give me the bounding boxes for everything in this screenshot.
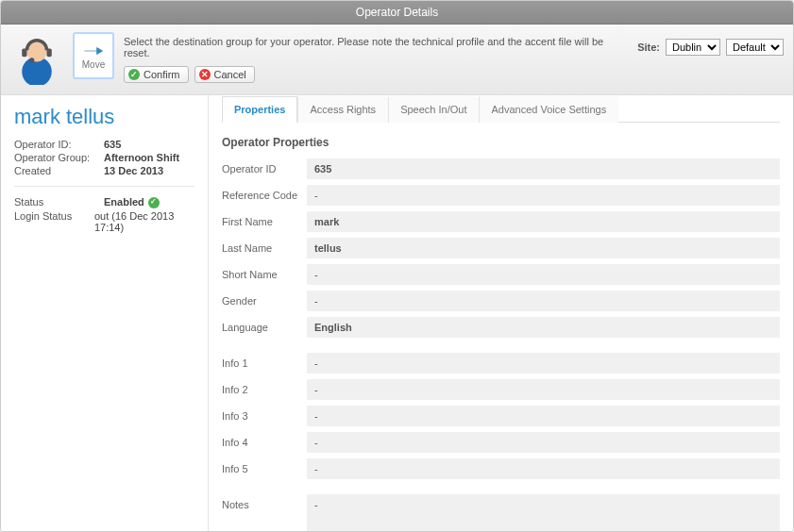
group-select[interactable]: Default	[726, 39, 784, 56]
prop-value-last-name: tellus	[307, 238, 780, 258]
tab-speech-in-out[interactable]: Speech In/Out	[388, 96, 479, 123]
prop-value-reference-code: -	[307, 185, 780, 206]
prop-value-info2: -	[307, 379, 780, 400]
cancel-icon: ✕	[199, 69, 211, 80]
operator-details-window: Operator Details Move Select the destina…	[0, 0, 794, 532]
created-label: Created	[14, 165, 104, 176]
operator-id-label: Operator ID:	[14, 139, 104, 150]
svg-rect-3	[47, 49, 52, 58]
prop-label-operator-id: Operator ID	[222, 158, 307, 179]
status-value: Enabled	[104, 196, 144, 208]
prop-label-info4: Info 4	[222, 432, 307, 453]
status-label: Status	[14, 196, 104, 208]
tab-bar: Properties Access Rights Speech In/Out A…	[222, 95, 780, 123]
created-value: 13 Dec 2013	[104, 165, 163, 176]
toolbar-message: Select the destination group for your op…	[124, 36, 632, 58]
prop-label-info3: Info 3	[222, 406, 307, 426]
operator-id-value: 635	[104, 139, 121, 150]
prop-value-first-name: mark	[307, 211, 780, 232]
prop-label-first-name: First Name	[222, 211, 307, 232]
prop-label-notes: Notes	[222, 494, 307, 531]
prop-value-info1: -	[307, 353, 780, 374]
login-status-label: Login Status	[14, 210, 94, 233]
prop-label-reference-code: Reference Code	[222, 185, 307, 206]
prop-value-info3: -	[307, 406, 780, 426]
properties-section-title: Operator Properties	[222, 136, 780, 149]
prop-label-gender: Gender	[222, 291, 307, 311]
operator-avatar-icon	[10, 32, 63, 87]
prop-label-info1: Info 1	[222, 353, 307, 374]
prop-value-language: English	[307, 317, 780, 338]
prop-value-short-name: -	[307, 264, 780, 285]
tab-access-rights[interactable]: Access Rights	[297, 96, 388, 123]
cancel-button[interactable]: ✕ Cancel	[194, 66, 255, 83]
move-button[interactable]: Move	[73, 32, 114, 79]
prop-label-info5: Info 5	[222, 458, 307, 479]
move-button-label: Move	[82, 59, 105, 70]
prop-label-language: Language	[222, 317, 307, 338]
login-status-value: out (16 Dec 2013 17:14)	[94, 210, 194, 233]
operator-group-label: Operator Group:	[14, 152, 104, 163]
tab-advanced-voice[interactable]: Advanced Voice Settings	[479, 96, 618, 123]
operator-name: mark tellus	[14, 105, 194, 129]
prop-label-short-name: Short Name	[222, 264, 307, 285]
toolbar-message-area: Select the destination group for your op…	[124, 32, 784, 83]
status-enabled-icon	[148, 197, 160, 208]
top-toolbar: Move Select the destination group for yo…	[1, 25, 793, 95]
prop-value-operator-id: 635	[307, 158, 780, 179]
prop-value-notes: -	[307, 494, 780, 531]
tab-properties[interactable]: Properties	[222, 96, 297, 123]
site-select[interactable]: Dublin	[666, 39, 720, 56]
cancel-button-label: Cancel	[214, 69, 246, 80]
svg-point-4	[29, 58, 34, 62]
prop-label-info2: Info 2	[222, 379, 307, 400]
svg-rect-2	[22, 49, 26, 58]
prop-value-gender: -	[307, 291, 780, 311]
operator-group-value: Afternoon Shift	[104, 152, 179, 163]
main-panel: Properties Access Rights Speech In/Out A…	[209, 95, 793, 531]
prop-value-info4: -	[307, 432, 780, 453]
sidebar-divider	[14, 186, 194, 187]
arrow-right-icon	[82, 42, 105, 59]
confirm-button[interactable]: ✓ Confirm	[124, 66, 189, 83]
check-icon: ✓	[128, 69, 140, 80]
prop-label-last-name: Last Name	[222, 238, 307, 258]
operator-sidebar: mark tellus Operator ID:635 Operator Gro…	[1, 95, 209, 531]
confirm-button-label: Confirm	[144, 69, 180, 80]
window-title: Operator Details	[1, 1, 793, 25]
prop-value-info5: -	[307, 458, 780, 479]
site-label: Site:	[637, 42, 660, 53]
